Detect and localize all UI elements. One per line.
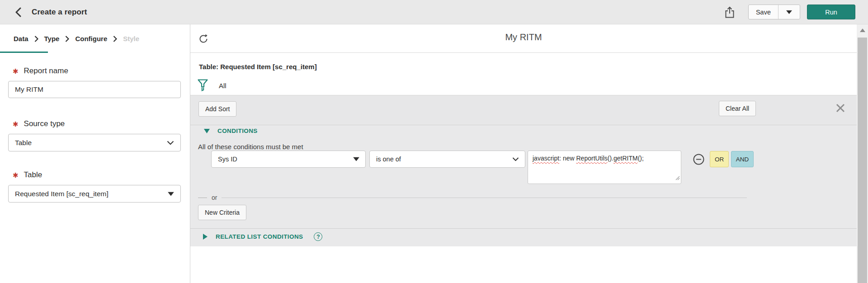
chevron-left-icon [14,7,23,17]
scroll-up-button[interactable] [857,24,868,36]
top-bar: Create a report Save Run [0,0,868,24]
new-criteria-button[interactable]: New Criteria [198,205,246,220]
conditions-section-label: CONDITIONS [217,127,258,134]
condition-value-textarea[interactable]: javascript: new ReportUtils().getRITM(); [528,151,681,184]
source-type-field-group: ✱ Source type Table [0,119,190,151]
caret-down-icon [786,10,792,14]
or-divider: or [198,194,747,201]
chevron-right-icon [113,36,117,42]
table-caption: Table: Requested Item [sc_req_item] [199,63,317,71]
filter-funnel-icon [198,79,208,92]
required-icon: ✱ [13,121,19,127]
conditions-section-toggle[interactable]: CONDITIONS [204,127,258,134]
wizard-step-configure[interactable]: Configure [75,35,107,42]
scrollbar-thumb[interactable] [858,38,867,283]
report-name-label-text: Report name [24,66,68,75]
source-type-value: Table [15,139,32,147]
close-filter-button[interactable] [834,101,847,115]
condition-operator-select[interactable]: is one of [369,151,525,168]
or-condition-button[interactable]: OR [710,151,729,167]
source-type-label: ✱ Source type [0,119,190,128]
vertical-scrollbar[interactable] [857,24,868,283]
table-field-group: ✱ Table Requested Item [sc_req_item] [0,170,190,203]
triangle-down-icon [353,157,359,161]
topbar-actions: Save Run [722,5,855,20]
or-divider-label: or [212,194,217,201]
run-button[interactable]: Run [807,5,855,19]
filter-summary-text: All [219,82,226,90]
page-title: Create a report [32,8,87,17]
save-split-button: Save [748,5,800,19]
resize-handle-icon[interactable] [675,174,680,183]
required-icon: ✱ [13,68,19,75]
table-value: Requested Item [sc_req_item] [15,190,108,198]
conditions-intro-text: All of these conditions must be met [198,143,303,151]
table-label-text: Table [24,170,42,179]
chevron-right-icon [34,36,38,42]
and-condition-button[interactable]: AND [731,151,754,167]
report-name-input[interactable] [8,81,181,98]
triangle-right-icon [203,234,208,240]
share-button[interactable] [722,5,737,20]
condition-operator-value: is one of [376,156,401,163]
source-type-label-text: Source type [24,119,65,128]
table-label: ✱ Table [0,170,190,179]
report-title: My RITM [190,32,857,42]
required-icon: ✱ [13,172,19,179]
condition-field-select[interactable]: Sys ID [211,151,366,168]
source-type-select[interactable]: Table [8,134,181,151]
triangle-down-icon [204,129,210,133]
related-list-conditions-toggle[interactable]: RELATED LIST CONDITIONS ? [203,232,322,241]
chevron-down-icon [167,141,174,145]
help-icon[interactable]: ? [314,232,322,241]
report-settings-sidebar: Data Type Configure Style ✱ Report name [0,24,190,283]
table-select[interactable]: Requested Item [sc_req_item] [8,185,181,203]
divider-dash [198,198,207,198]
triangle-down-icon [168,192,174,196]
clear-all-button[interactable]: Clear All [719,101,756,116]
condition-row: Sys ID is one of javascript: new ReportU… [211,151,754,184]
save-button[interactable]: Save [749,5,778,19]
report-preview-pane: My RITM Table: Requested Item [sc_req_it… [190,24,857,283]
triangle-up-icon [860,28,865,32]
share-export-icon [725,6,735,18]
filter-toolbar: Add Sort Clear All [190,95,857,125]
active-tab-underline [0,52,48,53]
chevron-right-icon [65,36,69,42]
wizard-step-type[interactable]: Type [44,35,60,42]
report-name-label: ✱ Report name [0,66,190,75]
wizard-step-style: Style [123,35,139,42]
minus-circle-icon [693,154,704,165]
close-x-icon [835,103,845,113]
report-builder-app: Create a report Save Run [0,0,868,283]
report-name-field-group: ✱ Report name [0,66,190,98]
remove-condition-button[interactable] [693,154,704,165]
save-dropdown-button[interactable] [778,5,800,19]
wizard-steps: Data Type Configure Style [0,24,190,53]
filter-summary-row[interactable]: All [198,78,226,93]
add-sort-button[interactable]: Add Sort [198,101,236,117]
condition-field-value: Sys ID [218,156,237,163]
preview-header: My RITM [190,24,857,53]
conditions-panel: CONDITIONS All of these conditions must … [190,125,857,246]
wizard-step-data[interactable]: Data [14,35,28,42]
divider [190,228,857,229]
related-list-conditions-label: RELATED LIST CONDITIONS [216,233,303,240]
chevron-down-icon [512,157,519,161]
divider-line [222,198,747,198]
back-button[interactable] [13,6,24,18]
